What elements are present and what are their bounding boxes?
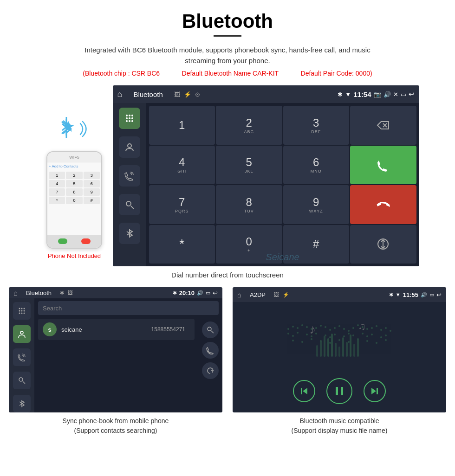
pb-window-icon[interactable]: ▭	[206, 290, 210, 296]
svg-point-49	[352, 327, 354, 329]
svg-marker-100	[303, 388, 307, 394]
phone-hangup-button[interactable]	[81, 238, 91, 244]
sidebar-dialpad-icon[interactable]	[119, 108, 140, 129]
phone-key-7[interactable]: 7	[49, 188, 65, 196]
close-icon[interactable]: ✕	[393, 91, 398, 98]
dial-key-hangup[interactable]	[350, 185, 416, 224]
sidebar-contacts-icon[interactable]	[119, 136, 140, 158]
music-statusbar: ⌂ A2DP 🖼 ⚡ ✱ ▼ 11:55 🔊 ▭ ↩	[233, 287, 446, 302]
phone-call-button[interactable]	[58, 238, 67, 244]
pb-calls-icon[interactable]	[13, 348, 31, 366]
dial-key-7[interactable]: 7PQRS	[149, 185, 215, 224]
default-name-text: Default Bluetooth Name CAR-KIT	[182, 70, 279, 77]
phone-key-9[interactable]: 9	[84, 188, 100, 196]
svg-point-46	[338, 325, 340, 327]
window-icon[interactable]: ▭	[401, 91, 406, 98]
phonebook-wrap: ⌂ Bluetooth ✱ 🖼 ✱ 20:10 🔊 ▭ ↩	[9, 287, 222, 436]
pb-contacts-icon[interactable]	[13, 325, 31, 343]
phone-key-5[interactable]: 5	[66, 180, 82, 187]
pb-contact-row[interactable]: s seicane 15885554271	[38, 319, 195, 340]
dial-key-6[interactable]: 6MNO	[283, 146, 350, 185]
phone-top-bar: WIF5	[47, 152, 101, 162]
phone-carrier: WIF5	[69, 155, 79, 160]
sidebar-search-icon[interactable]	[119, 194, 140, 215]
dial-key-9[interactable]: 9WXYZ	[283, 185, 350, 224]
back-icon[interactable]: ↩	[409, 90, 415, 98]
phone-key-4[interactable]: 4	[49, 180, 65, 187]
music-title: A2DP	[250, 291, 266, 298]
pb-dialpad-icon[interactable]	[13, 302, 31, 320]
phone-keypad: 1 2 3 4 5 6 7 8 9 * 0 #	[49, 172, 100, 204]
music-play-button[interactable]	[326, 378, 352, 404]
pb-search-bar[interactable]: Search	[38, 301, 219, 315]
svg-point-45	[334, 327, 336, 329]
status-icons: ✱ ▼ 11:54 📷 🔊 ✕ ▭ ↩	[338, 90, 414, 98]
svg-point-30	[19, 378, 23, 381]
music-next-button[interactable]	[364, 380, 386, 402]
svg-point-33	[208, 327, 211, 331]
svg-point-72	[371, 334, 373, 335]
svg-point-75	[292, 340, 294, 341]
pb-sync-action-button[interactable]	[202, 362, 219, 379]
music-prev-button[interactable]	[293, 380, 315, 402]
dial-key-call[interactable]	[350, 146, 416, 185]
music-window-icon[interactable]: ▭	[429, 292, 434, 298]
usb-icon: ⚡	[184, 91, 191, 98]
svg-point-4	[131, 115, 133, 116]
pb-contact-number: 15885554271	[151, 326, 185, 333]
phone-bottom-bar	[47, 235, 101, 248]
svg-point-2	[126, 115, 128, 116]
dial-key-delete[interactable]	[350, 106, 416, 145]
pb-time: 20:10	[179, 289, 195, 296]
pb-bt-settings-icon[interactable]	[13, 395, 31, 412]
phone-key-1[interactable]: 1	[49, 172, 65, 179]
svg-point-79	[329, 342, 331, 344]
sidebar-bluetooth-icon[interactable]	[119, 223, 140, 244]
dial-key-5[interactable]: 5JKL	[216, 146, 282, 185]
pb-home-icon[interactable]: ⌂	[13, 289, 18, 297]
pb-call-action-button[interactable]	[202, 342, 219, 359]
phone-key-3[interactable]: 3	[84, 172, 100, 179]
music-back-icon[interactable]: ↩	[436, 291, 442, 298]
svg-rect-105	[377, 388, 378, 394]
pb-search-action-button[interactable]	[202, 322, 219, 338]
phone-key-6[interactable]: 6	[84, 180, 100, 187]
pb-back-icon[interactable]: ↩	[213, 289, 218, 296]
page-title: Bluetooth	[0, 0, 455, 35]
svg-point-9	[129, 120, 130, 122]
svg-rect-90	[331, 334, 333, 357]
dial-key-0[interactable]: 0+	[216, 225, 282, 264]
svg-point-80	[338, 339, 340, 341]
music-time: 11:55	[403, 291, 418, 298]
phone-key-hash[interactable]: #	[84, 197, 100, 204]
svg-rect-94	[346, 342, 348, 357]
dial-key-3[interactable]: 3DEF	[283, 106, 350, 145]
sidebar-calls-icon[interactable]	[119, 165, 140, 187]
music-home-icon[interactable]: ⌂	[237, 291, 241, 299]
phone-key-2[interactable]: 2	[66, 172, 82, 179]
dial-key-1[interactable]: 1	[149, 106, 215, 145]
chip-info: (Bluetooth chip : CSR BC6 Default Blueto…	[0, 70, 455, 77]
phone-key-star[interactable]: *	[49, 197, 65, 204]
dial-key-hash[interactable]: #	[283, 225, 350, 264]
music-controls	[293, 378, 386, 404]
phone-device: ★ WIF5	[36, 85, 113, 259]
home-icon[interactable]: ⌂	[117, 90, 123, 99]
dial-key-swap[interactable]	[350, 225, 416, 264]
svg-point-57	[390, 330, 391, 332]
phone-key-0[interactable]: 0	[66, 197, 82, 204]
dial-key-4[interactable]: 4GHI	[149, 146, 215, 185]
pb-search-icon[interactable]	[13, 372, 31, 389]
svg-point-25	[23, 310, 25, 312]
dial-key-8[interactable]: 8TUV	[216, 185, 282, 224]
pb-bt2-icon: ✱	[173, 290, 177, 296]
dial-key-2[interactable]: 2ABC	[216, 106, 282, 145]
svg-point-36	[292, 326, 294, 328]
svg-point-42	[320, 325, 322, 327]
svg-point-6	[129, 117, 130, 119]
pb-caption: Sync phone-book from mobile phone (Suppo…	[63, 416, 169, 436]
phone-key-8[interactable]: 8	[66, 188, 82, 196]
svg-point-53	[371, 327, 373, 329]
dial-key-star[interactable]: *	[149, 225, 215, 264]
svg-rect-93	[342, 337, 344, 357]
